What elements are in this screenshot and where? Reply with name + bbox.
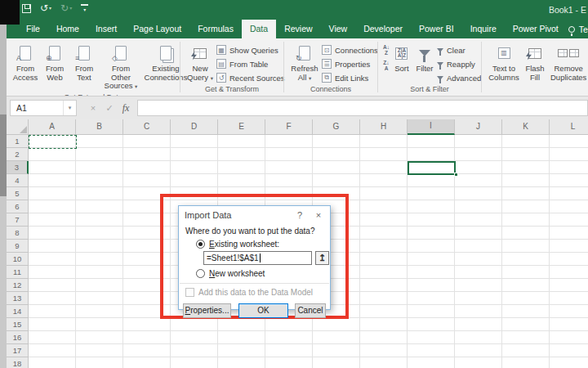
data-model-option-disabled: Add this data to the Data Model <box>185 288 330 297</box>
enter-entry-icon[interactable]: ✓ <box>101 103 118 114</box>
column-header-h[interactable]: H <box>360 119 408 135</box>
fill-handle[interactable] <box>454 173 458 177</box>
dialog-close-icon[interactable]: × <box>313 210 324 220</box>
row-header-2[interactable]: 2 <box>7 148 29 161</box>
row-header-14[interactable]: 14 <box>7 305 29 318</box>
tab-power-pivot[interactable]: Power Pivot <box>505 20 567 38</box>
column-header-b[interactable]: B <box>76 119 123 135</box>
tab-insert[interactable]: Insert <box>87 20 125 38</box>
existing-worksheet-option[interactable]: Existing worksheet: <box>196 240 330 249</box>
connections-button[interactable]: ⊡ Connections <box>322 44 378 56</box>
flash-fill-icon <box>528 48 541 59</box>
column-header-e[interactable]: E <box>218 119 265 135</box>
tab-developer[interactable]: Developer <box>355 20 411 38</box>
tab-home[interactable]: Home <box>48 20 87 38</box>
tab-formulas[interactable]: Formulas <box>189 20 242 38</box>
advanced-filter-button[interactable]: Advanced <box>437 72 481 83</box>
row-header-4[interactable]: 4 <box>7 174 29 187</box>
undo-dropdown-icon[interactable]: ▾ <box>49 3 51 13</box>
column-header-f[interactable]: F <box>265 119 313 135</box>
new-query-button[interactable]: New Query ▾ <box>185 43 215 83</box>
row-header-6[interactable]: 6 <box>7 200 29 213</box>
dialog-help-icon[interactable]: ? <box>294 210 305 220</box>
sort-button[interactable]: Z|AA|Z Sort <box>391 43 412 74</box>
column-header-d[interactable]: D <box>171 119 218 135</box>
dropdown-arrow-icon: ▾ <box>135 83 137 89</box>
filter-button[interactable]: Filter <box>414 43 435 74</box>
column-header-a[interactable]: A <box>29 119 76 135</box>
from-other-sources-icon: ◇ <box>115 46 127 61</box>
refresh-all-button[interactable]: ↻ Refresh All ▾ <box>289 43 320 83</box>
insert-function-icon[interactable]: fx <box>118 102 134 114</box>
collapse-dialog-button[interactable]: ↥ <box>315 251 329 265</box>
row-header-16[interactable]: 16 <box>7 331 29 344</box>
tab-file[interactable]: File <box>18 20 48 38</box>
column-header-i-selected[interactable]: I <box>408 119 455 135</box>
column-header-k[interactable]: K <box>502 119 550 135</box>
redo-dropdown-icon[interactable]: ▾ <box>69 3 72 13</box>
name-box[interactable]: A1 ▾ <box>10 100 77 116</box>
row-header-15[interactable]: 15 <box>7 318 29 331</box>
properties-button[interactable]: ☰ Properties <box>322 58 378 70</box>
select-all-corner[interactable] <box>7 119 29 135</box>
new-worksheet-radio[interactable] <box>196 269 205 278</box>
row-header-11[interactable]: 11 <box>7 266 29 279</box>
new-worksheet-option[interactable]: New worksheet <box>196 269 330 278</box>
from-web-button[interactable]: ⊕ From Web <box>41 43 69 83</box>
formula-input[interactable] <box>137 100 588 116</box>
remove-duplicates-button[interactable]: Remove Duplicates <box>549 43 588 83</box>
text-to-columns-button[interactable]: ▥ Text to Columns <box>487 43 521 83</box>
column-header-g[interactable]: G <box>313 119 360 135</box>
properties-dialog-button[interactable]: Properties... <box>183 303 231 318</box>
redo-button[interactable]: ↻▾ <box>60 3 72 13</box>
row-header-18[interactable]: 18 <box>7 357 29 368</box>
row-header-17[interactable]: 17 <box>7 344 29 357</box>
reapply-button[interactable]: Reapply <box>437 58 481 70</box>
sort-ascending-icon[interactable]: A↓Z <box>383 45 390 56</box>
row-header-8[interactable]: 8 <box>7 227 29 240</box>
from-text-button[interactable]: ≡ From Text <box>70 43 98 83</box>
row-header-5[interactable]: 5 <box>7 187 29 200</box>
tab-page-layout[interactable]: Page Layout <box>125 20 189 38</box>
properties-icon: ☰ <box>322 59 332 69</box>
row-header-9[interactable]: 9 <box>7 240 29 253</box>
from-table-button[interactable]: ▤ From Table <box>216 58 285 70</box>
tell-me-box[interactable]: Tell me what you wa <box>568 20 588 38</box>
customize-quick-access-icon[interactable]: ▾ <box>81 4 88 12</box>
edit-links-button[interactable]: ⧉ Edit Links <box>322 72 378 83</box>
row-header-7[interactable]: 7 <box>7 213 29 227</box>
active-cell-i3[interactable] <box>408 161 456 175</box>
clear-filter-button[interactable]: Clear <box>437 44 481 56</box>
save-icon[interactable] <box>22 4 31 13</box>
row-header-13[interactable]: 13 <box>7 292 29 305</box>
flash-fill-button[interactable]: Flash Fill <box>523 43 547 83</box>
tab-power-bi[interactable]: Power BI <box>411 20 462 38</box>
cancel-entry-icon[interactable]: × <box>85 103 101 113</box>
row-header-12[interactable]: 12 <box>7 279 29 292</box>
new-worksheet-label: New worksheet <box>209 269 265 278</box>
reapply-icon <box>437 62 443 66</box>
column-header-c[interactable]: C <box>123 119 171 135</box>
existing-worksheet-radio[interactable] <box>196 240 205 249</box>
row-header-10[interactable]: 10 <box>7 253 29 266</box>
cancel-button[interactable]: Cancel <box>295 303 326 318</box>
show-queries-button[interactable]: ▦ Show Queries <box>216 44 285 56</box>
name-box-dropdown-icon[interactable]: ▾ <box>63 101 76 115</box>
tab-data[interactable]: Data <box>242 20 276 38</box>
tab-review[interactable]: Review <box>276 20 320 38</box>
from-other-sources-button[interactable]: ◇ From Other Sources ▾ <box>100 43 142 92</box>
range-input[interactable]: =Sheet1!$A$1 <box>203 251 312 265</box>
row-header-1[interactable]: 1 <box>7 135 29 148</box>
sort-descending-icon[interactable]: Z↓A <box>383 61 390 71</box>
tab-view[interactable]: View <box>321 20 356 38</box>
column-header-j[interactable]: J <box>455 119 502 135</box>
ok-button[interactable]: OK <box>238 303 288 318</box>
column-header-l[interactable]: L <box>550 119 588 135</box>
ribbon-data-tab: A From Access ⊕ From Web ≡ From Text ◇ F… <box>7 38 588 96</box>
recent-sources-button[interactable]: ↺ Recent Sources <box>216 72 285 83</box>
from-access-button[interactable]: A From Access <box>11 43 39 83</box>
row-header-3-selected[interactable]: 3 <box>7 161 29 174</box>
dialog-prompt: Where do you want to put the data? <box>185 227 323 236</box>
tab-inquire[interactable]: Inquire <box>462 20 505 38</box>
undo-button[interactable]: ↺▾ <box>40 3 51 13</box>
